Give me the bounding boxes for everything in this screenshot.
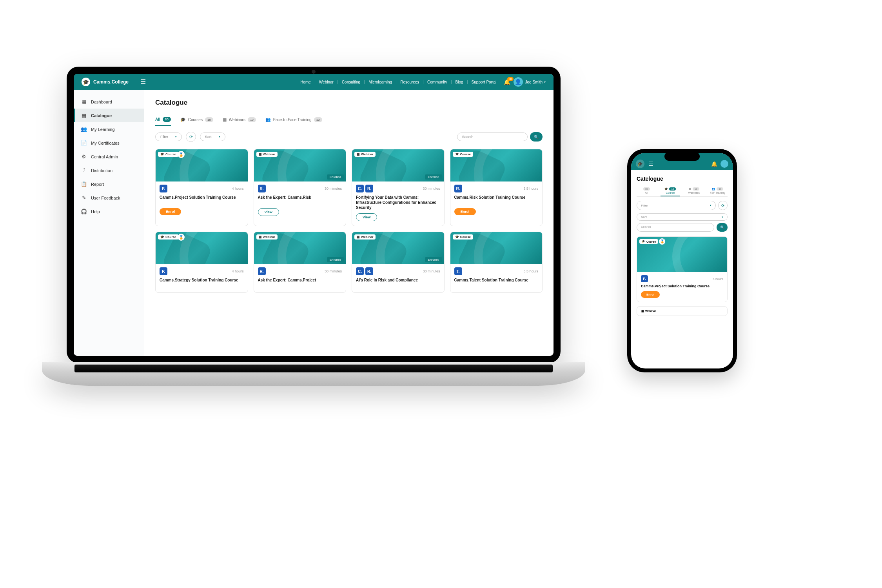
- sidebar-item-dashboard[interactable]: ▦Dashboard: [74, 95, 144, 109]
- type-chip: 🎓Course: [453, 234, 474, 240]
- search-input[interactable]: [457, 132, 528, 141]
- webinar-icon: ▦: [357, 152, 360, 156]
- tab-label: F2F Training: [710, 191, 725, 194]
- nav-item-resources[interactable]: Resources: [396, 80, 423, 84]
- sidebar-item-report[interactable]: 📋Report: [74, 177, 144, 191]
- tab-face-to-face-training[interactable]: 👥Face-to-Face Training10: [265, 114, 322, 126]
- chevron-down-icon[interactable]: ▾: [544, 80, 546, 84]
- catalogue-card[interactable]: ▦WebinarEnrolledC.R.30 minutesAI's Role …: [352, 232, 445, 293]
- product-tags: R.: [258, 267, 266, 275]
- chevron-down-icon: ▾: [722, 216, 723, 219]
- view-button[interactable]: View: [258, 208, 279, 216]
- phone-enrol-button[interactable]: Enrol: [641, 291, 660, 298]
- phone-menu-toggle-icon[interactable]: ☰: [648, 161, 653, 167]
- tab-icon: 👥: [712, 187, 715, 191]
- phone-tab-webinars[interactable]: ▦10Webinars: [684, 186, 704, 196]
- medal-icon: 🏅: [178, 151, 185, 158]
- phone-tab-f2f-training[interactable]: 👥10F2F Training: [708, 186, 728, 196]
- sidebar-item-my-certificates[interactable]: 📄My Certificates: [74, 136, 144, 150]
- phone-mockup: 🎓 ☰ 🔔 Catelogue 35All🎓15Course▦10Webinar…: [627, 149, 737, 372]
- laptop-camera: [312, 70, 316, 74]
- phone-logo-icon[interactable]: 🎓: [636, 160, 644, 168]
- tab-webinars[interactable]: ▦Webinars10: [223, 114, 256, 126]
- product-tag: R.: [258, 185, 266, 192]
- tab-count: 10: [717, 187, 723, 191]
- sort-dropdown[interactable]: Sort▾: [200, 132, 225, 141]
- refresh-button[interactable]: ⟳: [186, 132, 196, 142]
- view-button[interactable]: View: [356, 213, 377, 221]
- sidebar-item-central-admin[interactable]: ⚙Central Admin: [74, 150, 144, 163]
- sidebar-item-help[interactable]: 🎧Help: [74, 205, 144, 218]
- nav-item-community[interactable]: Community: [423, 80, 451, 84]
- phone-tab-all[interactable]: 35All: [637, 186, 657, 196]
- card-image: 🎓Course: [450, 149, 543, 181]
- type-chip: ▦Webinar: [354, 234, 376, 240]
- phone-avatar-icon[interactable]: [720, 160, 728, 168]
- phone-next-card-peek[interactable]: ▦Webinar: [637, 306, 728, 316]
- product-tags: P.: [160, 267, 167, 275]
- nav-item-consulting[interactable]: Consulting: [338, 80, 364, 84]
- search-button[interactable]: 🔍: [530, 132, 543, 142]
- tab-count: 35: [163, 117, 171, 122]
- catalogue-icon: ▤: [81, 113, 87, 118]
- card-meta: P.4 hours: [160, 267, 244, 275]
- nav-item-microlearning[interactable]: Microlearning: [364, 80, 396, 84]
- grad-cap-icon: 🎓: [455, 152, 459, 156]
- sidebar-item-my-learning[interactable]: 👥My Learning: [74, 122, 144, 136]
- nav-item-support-portal[interactable]: Support Portal: [467, 80, 501, 84]
- phone-sort-dropdown[interactable]: Sort▾: [637, 213, 728, 221]
- product-tags: P.: [160, 185, 167, 192]
- sidebar-item-catalogue[interactable]: ▤Catalogue: [74, 109, 144, 122]
- phone-filter-dropdown[interactable]: Filter▾: [637, 201, 716, 210]
- brand-logo[interactable]: 🎓 Camms.College: [82, 78, 129, 86]
- tab-all[interactable]: All35: [155, 114, 171, 126]
- filter-dropdown[interactable]: Filter▾: [155, 132, 182, 141]
- sidebar-item-distribution[interactable]: ⤴Distribution: [74, 163, 144, 177]
- phone-tab-course[interactable]: 🎓15Course: [661, 186, 681, 196]
- search-icon: 🔍: [534, 135, 539, 139]
- sidebar-item-label: My Learning: [91, 127, 115, 132]
- catalogue-card[interactable]: ▦WebinarEnrolledC.R.30 minutesFortifying…: [352, 149, 445, 226]
- notification-bell-icon[interactable]: 🔔80: [504, 79, 510, 85]
- nav-item-blog[interactable]: Blog: [451, 80, 467, 84]
- grad-cap-icon: 🎓: [642, 240, 645, 243]
- tab-count: 10: [314, 117, 322, 122]
- laptop-mockup: 🎓 Camms.College ☰ HomeWebinarConsultingM…: [67, 67, 561, 386]
- catalogue-card[interactable]: 🎓Course🏅P.4 hoursCamms.Project Solution …: [155, 149, 248, 226]
- grad-cap-icon: 🎓: [160, 235, 164, 239]
- product-tag: P.: [160, 185, 167, 192]
- user-name[interactable]: Joe Smith: [525, 80, 543, 84]
- phone-course-card[interactable]: 🎓Course 🏅 P. 4 hours Camms.Project Solut…: [637, 236, 728, 302]
- phone-search-button[interactable]: 🔍: [717, 223, 728, 232]
- card-title: Camms.Strategy Solution Training Course: [160, 278, 244, 288]
- menu-toggle-icon[interactable]: ☰: [140, 79, 146, 85]
- type-chip: 🎓Course: [158, 234, 179, 240]
- enrol-button[interactable]: Enrol: [454, 208, 476, 215]
- phone-header-right: 🔔: [711, 160, 728, 168]
- phone-refresh-button[interactable]: ⟳: [718, 201, 728, 210]
- refresh-icon: ⟳: [721, 203, 724, 208]
- nav-item-webinar[interactable]: Webinar: [315, 80, 338, 84]
- catalogue-card[interactable]: 🎓Course🏅P.4 hoursCamms.Strategy Solution…: [155, 232, 248, 293]
- phone-notification-bell-icon[interactable]: 🔔: [711, 161, 717, 167]
- laptop-base: [42, 362, 585, 386]
- catalogue-card[interactable]: ▦WebinarEnrolledR.30 minutesAsk the Expe…: [254, 232, 347, 293]
- tab-icon: 👥: [265, 117, 271, 122]
- medal-icon: 🏅: [178, 234, 185, 241]
- catalogue-card[interactable]: 🎓CourseT.3.5 hoursCamms.Talent Solution …: [450, 232, 543, 293]
- tab-icon: ▦: [689, 187, 691, 191]
- sidebar-item-user-feedback[interactable]: ✎User Feedback: [74, 191, 144, 205]
- nav-item-home[interactable]: Home: [296, 80, 315, 84]
- catalogue-card[interactable]: ▦WebinarEnrolledR.30 minutesAsk the Expe…: [254, 149, 347, 226]
- tab-courses[interactable]: 🎓Courses15: [180, 114, 213, 126]
- catalogue-card[interactable]: 🎓CourseR.3.5 hoursCamms.Risk Solution Tr…: [450, 149, 543, 226]
- card-meta: T.3.5 hours: [454, 267, 539, 275]
- product-tag: R.: [258, 267, 266, 275]
- phone-page-title: Catelogue: [637, 176, 728, 182]
- card-title: AI's Role in Risk and Compliance: [356, 278, 440, 288]
- user-avatar-icon[interactable]: 👤: [514, 77, 523, 87]
- phone-main: Catelogue 35All🎓15Course▦10Webinars👥10F2…: [631, 170, 733, 321]
- top-nav: HomeWebinarConsultingMicrolearningResour…: [296, 80, 500, 84]
- phone-search-input[interactable]: Search: [637, 223, 714, 232]
- enrol-button[interactable]: Enrol: [160, 208, 181, 215]
